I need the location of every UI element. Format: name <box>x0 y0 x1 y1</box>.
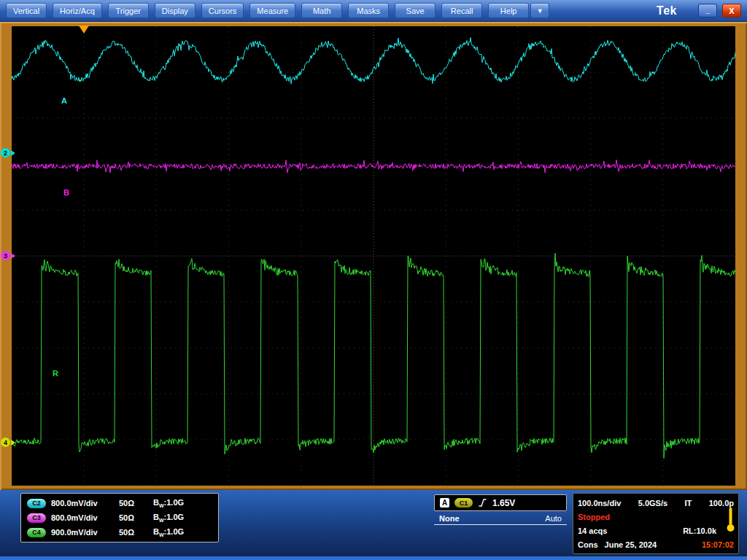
channel-badge-c4[interactable]: C4 <box>27 528 46 537</box>
channel-impedance: 50Ω <box>119 528 148 537</box>
menu-button-save[interactable]: Save <box>395 3 436 18</box>
acquisition-count: 14 acqs <box>578 526 607 535</box>
trigger-position-marker[interactable] <box>79 26 89 34</box>
scope-screen[interactable]: ABR234 <box>12 26 735 486</box>
channel-impedance: 50Ω <box>119 513 148 522</box>
channel-scale: 800.0mV/div <box>51 499 114 508</box>
date-group: Cons June 25, 2024 <box>578 540 661 549</box>
interpolation-readout: IT <box>685 499 692 508</box>
channel-readout-row-c2[interactable]: C2800.0mV/div50ΩBW:1.0G <box>27 498 212 508</box>
channel-marker-arrow-icon <box>11 150 15 156</box>
trigger-level: 1.65V <box>492 498 515 508</box>
channel-bandwidth: BW:1.0G <box>153 498 184 508</box>
clock-readout: 15:07:02 <box>702 540 734 549</box>
acquisition-status: Stopped <box>578 513 610 521</box>
channel-marker-arrow-icon <box>11 253 15 259</box>
channel-readouts: C2800.0mV/div50ΩBW:1.0GC3800.0mV/div50ΩB… <box>20 493 219 542</box>
menu-button-vertical[interactable]: Vertical <box>6 3 47 18</box>
waveform-svg <box>12 26 735 486</box>
channel-readout-row-c3[interactable]: C3800.0mV/div50ΩBW:1.0G <box>27 513 212 523</box>
chevron-down-icon: ▼ <box>537 7 543 15</box>
horizontal-row-1: 100.0ns/div 5.0GS/s IT 100.0p <box>578 499 734 508</box>
menu-button-help[interactable]: Help <box>488 3 529 18</box>
minimize-icon: _ <box>705 5 710 14</box>
date-readout: June 25, 2024 <box>605 540 657 549</box>
channel-badge-c3[interactable]: C3 <box>27 513 46 523</box>
waveform-svg-wrap <box>12 26 735 486</box>
menu-dropdown-button[interactable]: ▼ <box>530 3 549 18</box>
close-button[interactable]: X <box>722 4 741 18</box>
minimize-button[interactable]: _ <box>698 4 717 18</box>
channel-marker-number: 3 <box>1 251 10 260</box>
trace-label-a: A <box>61 96 67 105</box>
horizontal-readout[interactable]: 100.0ns/div 5.0GS/s IT 100.0p Stopped 14… <box>573 493 739 554</box>
trace-label-r: R <box>53 369 58 378</box>
channel-marker-number: 4 <box>1 438 10 447</box>
channel-marker-number: 2 <box>1 148 10 158</box>
record-length: RL:10.0k <box>683 526 716 535</box>
channel-marker-arrow-icon <box>11 440 15 446</box>
menu-button-trigger[interactable]: Trigger <box>108 3 149 18</box>
horizontal-row-2: Stopped <box>578 513 734 521</box>
horizontal-row-3: 14 acqs RL:10.0k <box>578 526 734 535</box>
channel-scale: 900.0mV/div <box>51 528 114 537</box>
close-icon: X <box>729 7 734 15</box>
channel-impedance: 50Ω <box>119 499 148 508</box>
channel-readout-row-c4[interactable]: C4900.0mV/div50ΩBW:1.0G <box>27 527 212 537</box>
channel-badge-c2[interactable]: C2 <box>27 499 46 508</box>
horizontal-row-4: Cons June 25, 2024 15:07:02 <box>578 540 734 549</box>
menu-bar-items: VerticalHoriz/AcqTriggerDisplayCursorsMe… <box>6 3 529 18</box>
resolution-readout: 100.0p <box>709 499 734 508</box>
trigger-channel-badge: C1 <box>454 498 473 508</box>
trigger-source-badge: A <box>440 498 449 508</box>
menu-button-math[interactable]: Math <box>301 3 342 18</box>
menu-button-measure[interactable]: Measure <box>249 3 295 18</box>
channel-3-reference-marker[interactable]: 3 <box>1 251 15 260</box>
trigger-mode-none[interactable]: None <box>439 514 460 523</box>
temperature-icon <box>727 507 735 535</box>
sample-rate-readout: 5.0GS/s <box>638 499 667 508</box>
tek-logo: Tek <box>657 4 677 18</box>
menu-button-recall[interactable]: Recall <box>441 3 482 18</box>
menu-button-horiz-acq[interactable]: Horiz/Acq <box>53 3 102 18</box>
menu-button-masks[interactable]: Masks <box>348 3 389 18</box>
channel-scale: 800.0mV/div <box>51 513 114 522</box>
trigger-mode-auto[interactable]: Auto <box>545 514 562 523</box>
channel-bandwidth: BW:1.0G <box>153 527 184 537</box>
rising-edge-icon <box>478 498 487 508</box>
timebase-readout: 100.0ns/div <box>578 499 621 508</box>
trace-label-b: B <box>63 188 69 197</box>
menu-button-display[interactable]: Display <box>155 3 196 18</box>
menu-button-cursors[interactable]: Cursors <box>201 3 244 18</box>
menu-bar: VerticalHoriz/AcqTriggerDisplayCursorsMe… <box>0 0 747 22</box>
cons-label: Cons <box>578 540 598 549</box>
channel-2-reference-marker[interactable]: 2 <box>1 148 15 158</box>
scope-frame: ABR234 <box>0 22 747 490</box>
trigger-readout[interactable]: A C1 1.65V <box>434 494 567 511</box>
channel-bandwidth: BW:1.0G <box>153 513 184 523</box>
trigger-mode-row[interactable]: None Auto <box>434 513 567 525</box>
channel-4-reference-marker[interactable]: 4 <box>1 438 15 447</box>
readout-panel: C2800.0mV/div50ΩBW:1.0GC3800.0mV/div50ΩB… <box>0 490 747 560</box>
